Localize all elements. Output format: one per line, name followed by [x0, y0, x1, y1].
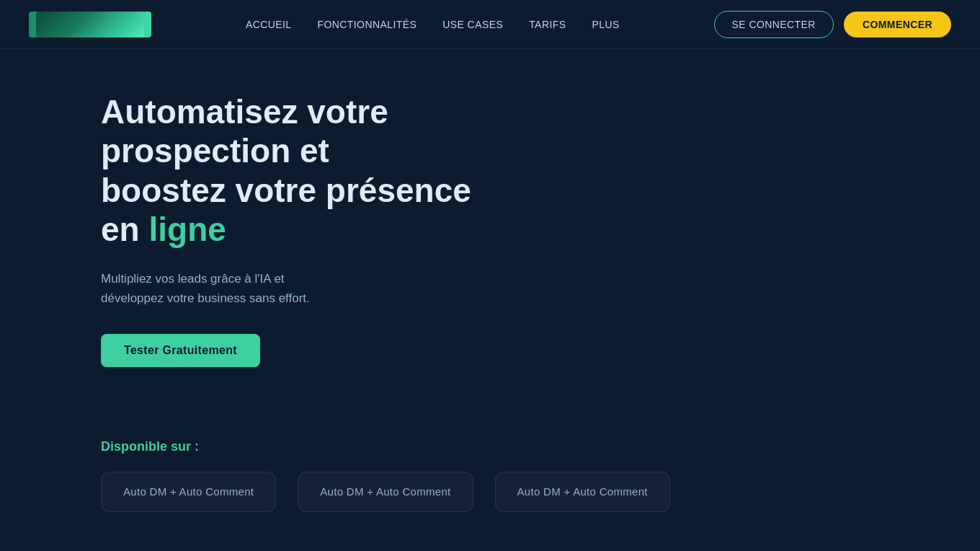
commencer-button[interactable]: COMMENCER: [844, 12, 951, 38]
hero-title-highlight: ligne: [148, 211, 226, 248]
platform-cards: Auto DM + Auto Comment Auto DM + Auto Co…: [101, 472, 951, 512]
hero-title-line1: Automatisez votre prospection et: [101, 93, 388, 169]
platform-card-2: Auto DM + Auto Comment: [298, 472, 473, 512]
nav-link-use-cases[interactable]: USE CASES: [442, 19, 503, 30]
platform-card-3: Auto DM + Auto Comment: [495, 472, 670, 512]
hero-subtitle-line2: développez votre business sans effort.: [101, 291, 310, 305]
navbar-actions: SE CONNECTER COMMENCER: [714, 11, 951, 38]
platform-card-1: Auto DM + Auto Comment: [101, 472, 276, 512]
navbar: ACCUEIL FONCTIONNALITÉS USE CASES TARIFS…: [0, 0, 980, 49]
nav-item-tarifs[interactable]: TARIFS: [529, 18, 566, 31]
nav-item-plus[interactable]: PLUS: [592, 18, 619, 31]
decuplez-section: Décuplez votre productivité Automatisez …: [0, 534, 980, 551]
available-label: Disponible sur :: [101, 439, 951, 454]
platform-card-3-label: Auto DM + Auto Comment: [517, 485, 648, 498]
nav-item-accueil[interactable]: ACCUEIL: [246, 18, 292, 31]
nav-link-tarifs[interactable]: TARIFS: [529, 19, 566, 30]
logo-container: [29, 12, 151, 38]
available-section: Disponible sur : Auto DM + Auto Comment …: [0, 396, 980, 534]
hero-subtitle-line1: Multipliez vos leads grâce à l'IA et: [101, 272, 285, 286]
nav-links: ACCUEIL FONCTIONNALITÉS USE CASES TARIFS…: [246, 18, 620, 31]
nav-item-use-cases[interactable]: USE CASES: [442, 18, 503, 31]
nav-link-plus[interactable]: PLUS: [592, 19, 619, 30]
logo-image: [36, 12, 144, 38]
nav-link-fonctionnalites[interactable]: FONCTIONNALITÉS: [318, 19, 417, 30]
hero-subtitle: Multipliez vos leads grâce à l'IA et dév…: [101, 269, 476, 308]
nav-link-accueil[interactable]: ACCUEIL: [246, 19, 292, 30]
platform-card-1-label: Auto DM + Auto Comment: [123, 485, 254, 498]
nav-item-fonctionnalites[interactable]: FONCTIONNALITÉS: [318, 18, 417, 31]
tester-gratuitement-button[interactable]: Tester Gratuitement: [101, 334, 260, 367]
platform-card-2-label: Auto DM + Auto Comment: [320, 485, 450, 498]
hero-section: Automatisez votre prospection et boostez…: [0, 49, 504, 396]
se-connecter-button[interactable]: SE CONNECTER: [714, 11, 834, 38]
hero-title: Automatisez votre prospection et boostez…: [101, 92, 476, 249]
logo: [29, 12, 151, 38]
